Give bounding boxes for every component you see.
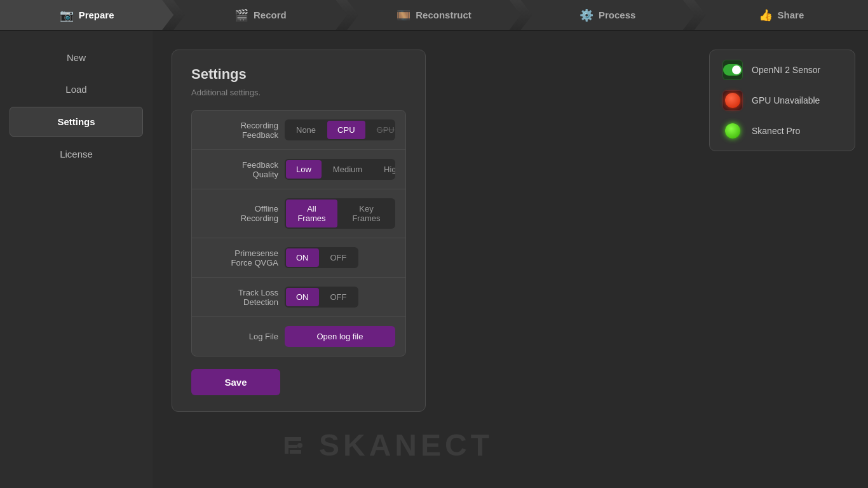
log-file-row: Log File Open log file: [192, 317, 405, 356]
nav-label-reconstruct: Reconstruct: [416, 10, 471, 20]
gpu-indicator: [722, 90, 743, 111]
main-content: New Load Settings License Settings Addit…: [0, 30, 868, 488]
prepare-icon: 📷: [60, 8, 74, 22]
status-item-openni: OpenNI 2 Sensor: [722, 60, 842, 80]
offline-recording-key-frames[interactable]: Key Frames: [339, 200, 394, 227]
track-loss-label: Track LossDetection: [202, 288, 278, 307]
open-log-file-button[interactable]: Open log file: [285, 326, 395, 347]
status-panel: OpenNI 2 Sensor GPU Unavailable Skanect …: [709, 50, 855, 151]
nav-label-share: Share: [778, 10, 804, 20]
track-loss-row: Track LossDetection ON OFF: [192, 278, 405, 317]
nav-item-record[interactable]: 🎬 Record: [173, 0, 347, 30]
feedback-quality-options: Low Medium High: [285, 159, 395, 180]
primesense-row: PrimesenseForce QVGA ON OFF: [192, 238, 405, 278]
log-file-label: Log File: [202, 332, 278, 341]
openni-label: OpenNI 2 Sensor: [752, 65, 820, 75]
offline-recording-row: OfflineRecording All Frames Key Frames: [192, 189, 405, 238]
settings-panel: Settings Additional settings. RecordingF…: [172, 50, 426, 412]
offline-recording-options: All Frames Key Frames: [285, 198, 395, 229]
svg-rect-3: [290, 450, 301, 454]
recording-feedback-label: RecordingFeedback: [202, 121, 278, 140]
sidebar-item-load[interactable]: Load: [10, 75, 143, 104]
sidebar: New Load Settings License: [0, 30, 153, 488]
feedback-quality-label: FeedbackQuality: [202, 160, 278, 179]
offline-recording-all-frames[interactable]: All Frames: [286, 200, 337, 227]
openni-toggle: [723, 64, 742, 76]
nav-label-process: Process: [599, 10, 635, 20]
recording-feedback-cpu[interactable]: CPU: [327, 121, 365, 139]
skanect-pro-label: Skanect Pro: [752, 126, 800, 136]
sidebar-item-settings[interactable]: Settings: [10, 107, 143, 137]
nav-label-prepare: Prepare: [79, 10, 114, 20]
offline-recording-label: OfflineRecording: [202, 204, 278, 223]
feedback-quality-low[interactable]: Low: [286, 160, 322, 179]
nav-label-record: Record: [254, 10, 287, 20]
status-item-gpu: GPU Unavailable: [722, 90, 842, 111]
sidebar-item-new[interactable]: New: [10, 43, 143, 72]
primesense-options: ON OFF: [285, 247, 358, 268]
record-icon: 🎬: [234, 8, 248, 22]
feedback-quality-row: FeedbackQuality Low Medium High: [192, 150, 405, 189]
reconstruct-icon: 🎞️: [397, 8, 410, 22]
skanect-pro-dot: [725, 123, 740, 139]
nav-item-reconstruct[interactable]: 🎞️ Reconstruct: [347, 0, 520, 30]
gpu-dot: [725, 93, 740, 108]
nav-item-prepare[interactable]: 📷 Prepare: [0, 0, 173, 30]
primesense-off[interactable]: OFF: [320, 248, 357, 267]
track-loss-on[interactable]: ON: [286, 288, 319, 306]
settings-title: Settings: [191, 66, 406, 83]
nav-item-share[interactable]: 👍 Share: [695, 0, 868, 30]
primesense-label: PrimesenseForce QVGA: [202, 248, 278, 268]
feedback-quality-high[interactable]: High: [374, 160, 395, 179]
openni-indicator: [722, 60, 743, 80]
svg-point-4: [297, 443, 302, 448]
top-navigation: 📷 Prepare 🎬 Record 🎞️ Reconstruct ⚙️ Pro…: [0, 0, 868, 30]
status-item-skanect-pro: Skanect Pro: [722, 121, 842, 141]
nav-item-process[interactable]: ⚙️ Process: [521, 0, 695, 30]
track-loss-options: ON OFF: [285, 287, 358, 308]
track-loss-off[interactable]: OFF: [320, 288, 357, 306]
svg-rect-2: [285, 445, 297, 448]
share-icon: 👍: [759, 8, 773, 22]
watermark-text: SKANECT: [319, 428, 493, 463]
save-button[interactable]: Save: [191, 369, 280, 395]
feedback-quality-medium[interactable]: Medium: [323, 160, 372, 179]
recording-feedback-gpu[interactable]: GPU: [367, 121, 395, 139]
recording-feedback-row: RecordingFeedback None CPU GPU: [192, 111, 405, 150]
settings-rows: RecordingFeedback None CPU GPU FeedbackQ…: [191, 110, 406, 356]
recording-feedback-none[interactable]: None: [286, 121, 326, 139]
sidebar-item-license[interactable]: License: [10, 140, 143, 168]
settings-subtitle: Additional settings.: [191, 88, 406, 97]
primesense-on[interactable]: ON: [286, 248, 319, 267]
svg-rect-1: [285, 437, 301, 441]
skanect-logo-icon: [280, 430, 311, 461]
skanect-pro-indicator: [722, 121, 743, 141]
gpu-label: GPU Unavailable: [752, 95, 820, 105]
watermark: SKANECT: [280, 428, 493, 463]
process-icon: ⚙️: [580, 8, 593, 22]
recording-feedback-options: None CPU GPU: [285, 119, 395, 140]
